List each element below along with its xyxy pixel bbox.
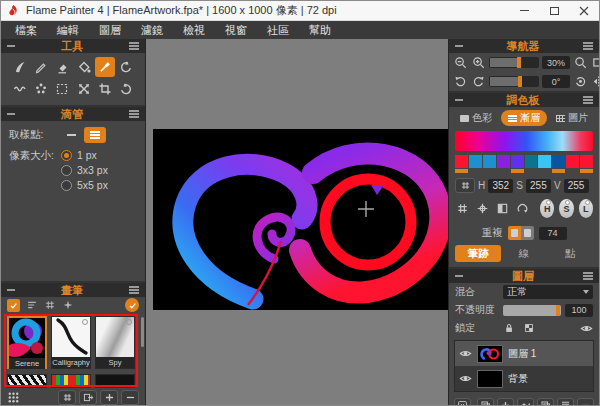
saturation-dial[interactable]: S [559, 199, 573, 218]
layer-visibility-button[interactable] [459, 347, 472, 360]
eyedropper-tool[interactable] [95, 57, 115, 77]
tab-color[interactable]: 色彩 [453, 110, 499, 126]
layer-row-1[interactable]: 圖層 1 [455, 341, 593, 366]
crop-tool[interactable] [95, 79, 115, 99]
menu-file[interactable]: 檔案 [5, 21, 47, 39]
repeat-on-button[interactable] [508, 226, 521, 240]
lock-transparency-button[interactable] [523, 322, 535, 334]
mode-dot-tab[interactable]: 點 [547, 245, 593, 262]
layer-visibility-button[interactable] [459, 372, 472, 385]
panel-menu-icon[interactable] [129, 286, 139, 294]
flame-brush-tool[interactable] [10, 57, 30, 77]
undo-button[interactable] [116, 57, 136, 77]
brush-thumbnail-size-button[interactable] [7, 391, 20, 404]
panel-menu-icon[interactable] [583, 272, 593, 280]
swatch[interactable] [483, 155, 496, 168]
add-vector-layer-button[interactable] [517, 398, 534, 406]
menu-view[interactable]: 檢視 [173, 21, 215, 39]
select-tool[interactable] [52, 79, 72, 99]
brush-grid-view-button[interactable] [44, 299, 56, 311]
blend-mode-dropdown[interactable]: 正常 [503, 285, 593, 299]
swatch[interactable] [580, 155, 593, 168]
brush-partial-thumb[interactable] [95, 374, 135, 388]
brush-view-button[interactable] [58, 390, 76, 405]
opacity-value[interactable]: 100 [565, 304, 593, 317]
brush-list-view-button[interactable] [26, 299, 38, 311]
collapse-icon[interactable] [455, 45, 463, 47]
fill-tool[interactable] [74, 57, 94, 77]
panel-menu-icon[interactable] [129, 42, 139, 50]
menu-help[interactable]: 幫助 [299, 21, 341, 39]
v-value[interactable]: 255 [564, 179, 589, 193]
pencil-tool[interactable] [31, 57, 51, 77]
s-value[interactable]: 255 [526, 179, 551, 193]
radio-3x3px[interactable]: 3x3 px [61, 164, 108, 176]
brush-list-scrollbar[interactable] [141, 317, 144, 347]
grid-mode-button[interactable] [455, 201, 470, 216]
canvas[interactable] [153, 129, 448, 310]
radio-5x5px[interactable]: 5x5 px [61, 179, 108, 191]
add-layer-button[interactable] [497, 398, 514, 406]
brush-calligraphy[interactable]: Calligraphy [51, 316, 91, 369]
repeat-value[interactable]: 74 [539, 227, 567, 240]
maximize-button[interactable] [539, 1, 569, 21]
layer-row-background[interactable]: 背景 [455, 366, 593, 391]
rotation-value[interactable]: 0° [542, 75, 570, 88]
remove-brush-button[interactable] [121, 390, 139, 405]
collapse-icon[interactable] [7, 113, 15, 115]
zoom-out-button[interactable] [453, 55, 468, 70]
swatch[interactable] [552, 155, 565, 168]
redo-button[interactable] [116, 79, 136, 99]
mode-stroke-tab[interactable]: 筆跡 [455, 245, 501, 262]
remove-layer-button[interactable] [577, 398, 594, 406]
opacity-slider[interactable] [503, 305, 561, 316]
swatch[interactable] [469, 155, 482, 168]
brush-effects-button[interactable] [62, 299, 74, 311]
add-brush-button[interactable] [100, 390, 118, 405]
tab-gradient[interactable]: 漸層 [501, 110, 547, 126]
swatch[interactable] [525, 155, 538, 168]
zoom-reset-button[interactable] [573, 55, 588, 70]
close-button[interactable] [569, 1, 599, 21]
cycle-button[interactable] [515, 201, 530, 216]
minimize-button[interactable] [509, 1, 539, 21]
menu-edit[interactable]: 編輯 [47, 21, 89, 39]
lightness-dial[interactable]: L [579, 199, 593, 218]
collapse-icon[interactable] [455, 275, 463, 277]
lock-button[interactable] [503, 322, 515, 334]
collapse-icon[interactable] [455, 99, 463, 101]
menu-window[interactable]: 視窗 [215, 21, 257, 39]
blur-tool[interactable] [31, 79, 51, 99]
layer-group-button[interactable] [477, 398, 494, 406]
repeat-off-button[interactable] [521, 226, 534, 240]
contrast-button[interactable] [495, 201, 510, 216]
sample-mode-button[interactable] [84, 127, 106, 143]
wave-tool[interactable] [10, 79, 30, 99]
gradient-strip[interactable] [455, 131, 593, 151]
panel-menu-icon[interactable] [129, 110, 139, 118]
menu-filter[interactable]: 濾鏡 [131, 21, 173, 39]
swatch[interactable] [511, 155, 524, 168]
repeat-toggle[interactable] [508, 226, 534, 240]
zoom-value[interactable]: 30% [542, 56, 570, 69]
menu-community[interactable]: 社區 [257, 21, 299, 39]
swatch[interactable] [538, 155, 551, 168]
rotation-slider[interactable] [489, 76, 539, 87]
brush-serene[interactable]: Serene [7, 316, 47, 369]
rotate-ccw-button[interactable] [453, 74, 468, 89]
brush-filter-checkbox[interactable] [7, 299, 20, 312]
brush-confirm-button[interactable] [125, 298, 139, 312]
toggle-all-visibility-button[interactable] [580, 322, 593, 335]
pick-target-button[interactable] [475, 201, 490, 216]
zoom-in-button[interactable] [471, 55, 486, 70]
h-value[interactable]: 352 [488, 179, 513, 193]
swatch[interactable] [497, 155, 510, 168]
panel-menu-icon[interactable] [583, 96, 593, 104]
duplicate-layer-button[interactable] [537, 398, 554, 406]
hue-dial[interactable]: H [540, 199, 554, 218]
zoom-slider[interactable] [489, 57, 539, 68]
brush-partial-thumb[interactable] [7, 374, 47, 388]
menu-layer[interactable]: 圖層 [89, 21, 131, 39]
brush-partial-thumb[interactable] [51, 374, 91, 388]
eraser-tool[interactable] [52, 57, 72, 77]
